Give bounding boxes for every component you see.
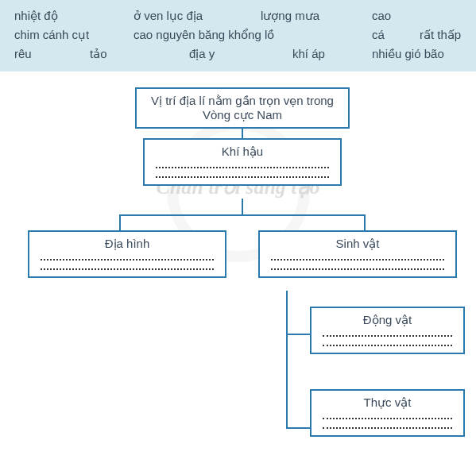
word-item: cao	[372, 6, 391, 25]
connector	[242, 199, 243, 214]
blank-line[interactable]	[156, 176, 329, 178]
blank-line[interactable]	[271, 259, 444, 260]
word-item: lượng mưa	[261, 6, 372, 25]
word-item: cao nguyên băng khổng lồ	[134, 25, 372, 44]
connector	[119, 214, 121, 230]
word-bank-row: chim cánh cụt cao nguyên băng khổng lồ c…	[14, 25, 462, 44]
word-item: rất thấp	[420, 25, 461, 44]
word-item: địa y	[189, 44, 292, 64]
blank-line[interactable]	[271, 268, 444, 270]
word-item: tảo	[90, 44, 189, 64]
node-terrain-title: Địa hình	[37, 237, 217, 251]
blank-line[interactable]	[323, 418, 452, 419]
blank-line[interactable]	[323, 335, 452, 337]
node-root-title: Vị trí địa lí nằm gần trọn vẹn trong Vòn…	[145, 94, 340, 122]
word-bank-row: rêu tảo địa y khí áp nhiều gió bão	[14, 44, 462, 64]
node-organisms-title: Sinh vật	[268, 237, 447, 251]
blank-line[interactable]	[323, 427, 452, 429]
word-item: ở ven lục địa	[134, 6, 261, 25]
blank-line[interactable]	[41, 259, 214, 260]
word-item: cá	[372, 25, 420, 44]
word-bank: nhiệt độ ở ven lục địa lượng mưa cao chi…	[0, 0, 476, 71]
node-animals-title: Động vật	[319, 313, 455, 327]
node-climate: Khí hậu	[143, 138, 342, 186]
connector	[286, 291, 288, 429]
word-item: rêu	[14, 44, 90, 64]
blank-line[interactable]	[156, 167, 329, 168]
blank-line[interactable]	[323, 345, 452, 346]
node-organisms: Sinh vật	[258, 230, 457, 278]
word-item: nhiệt độ	[14, 6, 134, 25]
word-bank-row: nhiệt độ ở ven lục địa lượng mưa cao	[14, 6, 462, 25]
word-item: chim cánh cụt	[14, 25, 134, 44]
connector	[286, 427, 310, 429]
word-item: nhiều gió bão	[372, 44, 444, 64]
connector	[286, 334, 310, 335]
word-item: khí áp	[292, 44, 372, 64]
diagram-area: Chân trời sáng tạo Vị trí địa lí nằm gần…	[0, 71, 476, 463]
node-climate-title: Khí hậu	[153, 145, 332, 159]
connector	[364, 214, 366, 230]
node-terrain: Địa hình	[28, 230, 226, 278]
node-plants: Thực vật	[310, 389, 465, 437]
node-plants-title: Thực vật	[319, 395, 455, 410]
connector	[242, 127, 243, 138]
connector	[119, 214, 366, 216]
node-animals: Động vật	[310, 307, 465, 354]
blank-line[interactable]	[41, 268, 214, 270]
node-root: Vị trí địa lí nằm gần trọn vẹn trong Vòn…	[135, 87, 350, 129]
